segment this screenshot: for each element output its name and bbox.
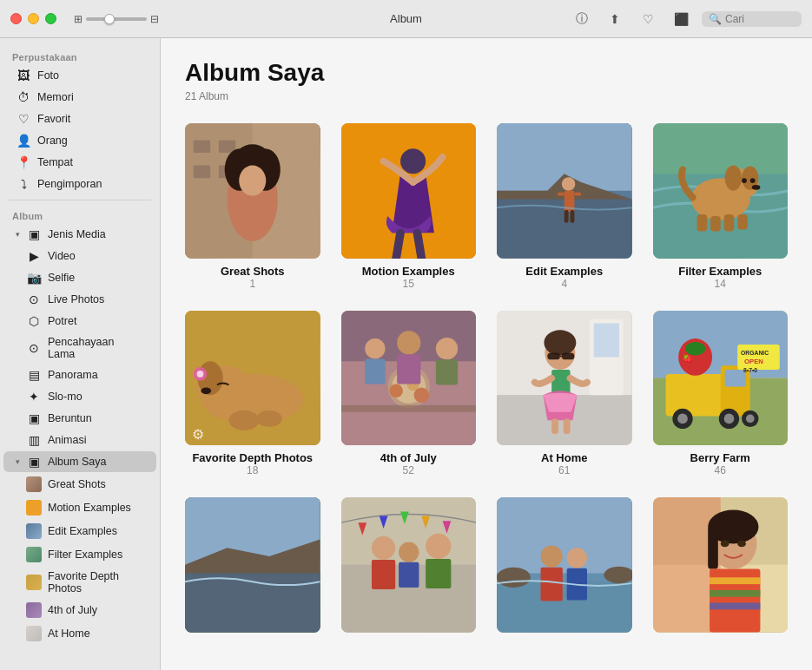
- live-photos-icon: ⊙: [26, 292, 42, 306]
- great-shots-thumb: [26, 476, 42, 492]
- album-cover-row3-4: [653, 497, 789, 633]
- svg-rect-115: [541, 568, 563, 601]
- grid-small-icon: ⊞: [74, 13, 83, 25]
- svg-rect-110: [426, 559, 451, 588]
- search-input[interactable]: [725, 13, 795, 25]
- info-icon: ⓘ: [576, 11, 588, 27]
- beruntun-icon: ▣: [26, 411, 42, 425]
- sidebar-item-jenis-media[interactable]: ▾ ▣ Jenis Media: [3, 224, 156, 245]
- sidebar-label-live-photos: Live Photos: [48, 293, 104, 305]
- window-title: Album: [390, 12, 422, 25]
- sidebar-item-great-shots[interactable]: Great Shots: [3, 473, 156, 496]
- toolbar-controls: ⓘ ⬆ ♡ ⬛ 🔍: [570, 10, 802, 29]
- album-card-great-shots[interactable]: Great Shots 1: [185, 123, 320, 290]
- heart-button[interactable]: ♡: [636, 10, 660, 29]
- minimize-button[interactable]: [28, 13, 39, 24]
- sidebar-label-video: Video: [48, 250, 76, 262]
- album-card-motion-examples[interactable]: Motion Examples 15: [341, 123, 477, 290]
- sidebar-item-motion-examples[interactable]: Motion Examples: [3, 496, 156, 519]
- orang-icon: 👤: [16, 134, 31, 148]
- svg-point-114: [541, 545, 563, 567]
- sidebar-item-filter-examples[interactable]: Filter Examples: [3, 543, 156, 566]
- sidebar-item-pengimporan[interactable]: ⤵ Pengimporan: [3, 174, 156, 194]
- albums-grid: Great Shots 1: [185, 123, 788, 639]
- sidebar-item-video[interactable]: ▶ Video: [3, 246, 156, 266]
- album-card-filter-examples[interactable]: Filter Examples 14: [653, 123, 789, 290]
- zoom-slider[interactable]: [86, 17, 147, 21]
- sidebar-item-animasi[interactable]: ▥ Animasi: [3, 430, 156, 450]
- sidebar-item-panorama[interactable]: ▤ Panorama: [3, 365, 156, 385]
- album-cover-motion-examples: [341, 123, 477, 259]
- sidebar-divider-1: [9, 200, 151, 200]
- info-button[interactable]: ⓘ: [570, 10, 594, 29]
- album-name-motion-examples: Motion Examples: [341, 265, 477, 278]
- album-section-label: Album: [0, 206, 160, 223]
- album-cover-edit-examples: [497, 123, 632, 259]
- album-count-great-shots: 1: [185, 278, 320, 290]
- album-cover-row3-2: [341, 497, 477, 633]
- sidebar-item-4th-of-july[interactable]: 4th of July: [3, 599, 156, 621]
- sidebar-item-beruntun[interactable]: ▣ Beruntun: [3, 408, 156, 429]
- main-container: Perpustakaan 🖼 Foto ⏱ Memori ♡ Favorit 👤…: [0, 38, 812, 670]
- album-card-berry-farm[interactable]: 🍓 ORGANIC OPEN 8•7•0 Berry Farm 46: [653, 311, 789, 477]
- sidebar-label-selfie: Selfie: [48, 272, 75, 284]
- jenis-media-chevron: ▾: [16, 230, 20, 239]
- svg-rect-130: [710, 590, 760, 597]
- heart-icon: ♡: [643, 12, 654, 26]
- sidebar-item-tempat[interactable]: 📍 Tempat: [3, 152, 156, 173]
- sidebar-label-pencahayaan-lama: Pencahayaan Lama: [48, 336, 144, 360]
- sidebar-label-orang: Orang: [37, 135, 68, 147]
- sidebar-item-at-home[interactable]: At Home: [3, 622, 156, 645]
- album-name-4th-of-july: 4th of July: [341, 451, 477, 464]
- album-card-favorite-depth[interactable]: ⚙ Favorite Depth Photos 18: [185, 311, 320, 477]
- selfie-icon: 📷: [26, 271, 42, 285]
- svg-rect-37: [737, 214, 748, 229]
- svg-rect-62: [341, 404, 477, 411]
- animasi-icon: ▥: [26, 433, 42, 447]
- svg-rect-74: [551, 418, 558, 433]
- close-button[interactable]: [10, 13, 22, 24]
- svg-point-126: [720, 541, 729, 548]
- sidebar-item-album-saya[interactable]: ▾ ▣ Album Saya: [3, 451, 156, 472]
- svg-rect-35: [710, 216, 721, 231]
- sidebar-item-edit-examples[interactable]: Edit Examples: [3, 520, 156, 542]
- favorite-depth-thumb: [26, 575, 42, 590]
- album-card-row3-1[interactable]: [185, 497, 320, 639]
- svg-rect-125: [708, 527, 718, 569]
- album-card-edit-examples[interactable]: Edit Examples 4: [497, 123, 632, 290]
- svg-point-47: [257, 410, 282, 426]
- svg-point-86: [745, 414, 754, 423]
- sidebar-item-orang[interactable]: 👤 Orang: [3, 130, 156, 151]
- album-count-filter-examples: 14: [653, 278, 789, 290]
- svg-point-53: [389, 384, 403, 397]
- search-box[interactable]: 🔍: [702, 11, 802, 27]
- sidebar-item-slo-mo[interactable]: ✦ Slo-mo: [3, 386, 156, 407]
- album-cover-berry-farm: 🍓 ORGANIC OPEN 8•7•0: [653, 311, 789, 446]
- album-card-at-home[interactable]: At Home 61: [497, 311, 632, 477]
- sidebar-item-potret[interactable]: ⬡ Potret: [3, 311, 156, 332]
- maximize-button[interactable]: [45, 13, 56, 24]
- sidebar-label-animasi: Animasi: [48, 434, 86, 446]
- svg-rect-36: [723, 214, 734, 231]
- svg-rect-21: [564, 210, 569, 223]
- sidebar-item-live-photos[interactable]: ⊙ Live Photos: [3, 289, 156, 310]
- sidebar-item-pencahayaan-lama[interactable]: ⊙ Pencahayaan Lama: [3, 332, 156, 364]
- 4th-of-july-thumb: [26, 602, 42, 618]
- album-card-row3-2[interactable]: [341, 497, 477, 639]
- sidebar-item-foto[interactable]: 🖼 Foto: [3, 65, 156, 86]
- svg-rect-67: [594, 323, 619, 357]
- sidebar-item-selfie[interactable]: 📷 Selfie: [3, 267, 156, 288]
- sidebar-item-favorit[interactable]: ♡ Favorit: [3, 108, 156, 129]
- svg-point-118: [497, 568, 531, 588]
- svg-point-60: [435, 338, 457, 359]
- airplay-button[interactable]: ⬛: [669, 10, 693, 29]
- album-card-row3-4[interactable]: [653, 497, 789, 639]
- search-icon: 🔍: [709, 13, 722, 25]
- sidebar-item-memori[interactable]: ⏱ Memori: [3, 87, 156, 108]
- share-button[interactable]: ⬆: [603, 10, 627, 29]
- share-icon: ⬆: [610, 12, 620, 26]
- album-card-4th-of-july[interactable]: 4th of July 52: [341, 311, 477, 477]
- svg-point-43: [201, 387, 211, 394]
- sidebar-item-favorite-depth[interactable]: Favorite Depth Photos: [3, 567, 156, 598]
- album-card-row3-3[interactable]: [497, 497, 632, 639]
